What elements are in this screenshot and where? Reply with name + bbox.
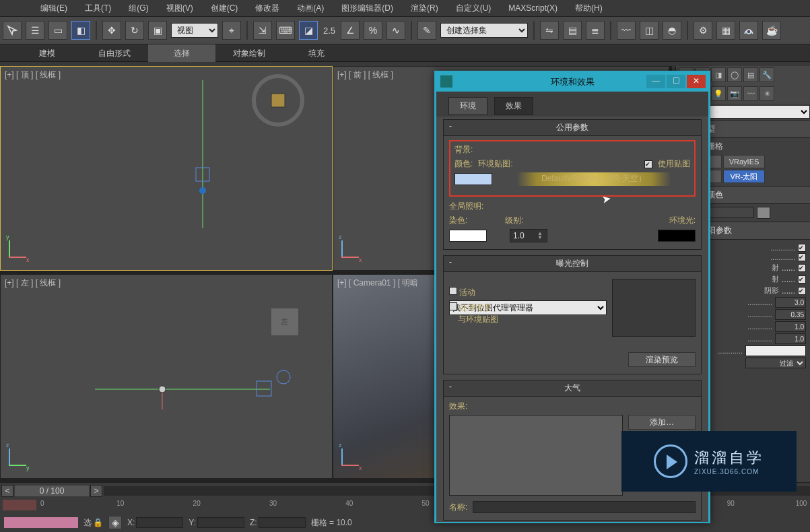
edit-named-sel-icon[interactable]: ✎ xyxy=(417,21,436,40)
tab-environment[interactable]: 环境 xyxy=(448,97,487,115)
motion-panel-icon[interactable]: ◯ xyxy=(727,67,742,82)
menu-grapheditor[interactable]: 图形编辑器(D) xyxy=(341,3,393,14)
param-spin-1[interactable] xyxy=(775,297,806,308)
filter-select[interactable]: 过滤 xyxy=(745,358,806,368)
move-icon[interactable]: ✥ xyxy=(102,21,121,40)
select-rect-icon[interactable]: ▭ xyxy=(48,21,67,40)
lock-icon[interactable]: 🔒 xyxy=(93,518,103,527)
spinner-snap-icon[interactable]: ∿ xyxy=(386,21,405,40)
cameras-cat-icon[interactable]: 📷 xyxy=(727,86,742,101)
param-check-1[interactable] xyxy=(798,244,806,252)
effects-listbox[interactable] xyxy=(449,415,623,496)
menu-help[interactable]: 帮助(H) xyxy=(575,3,603,14)
rotate-icon[interactable]: ↻ xyxy=(125,21,144,40)
tab-select[interactable]: 选择 xyxy=(148,44,215,62)
viewcube-icon[interactable] xyxy=(251,73,305,127)
rollout-header-exposure[interactable]: -曝光控制 xyxy=(444,256,701,272)
mirror-icon[interactable]: ⇋ xyxy=(540,21,559,40)
render-frame-icon[interactable]: ▦ xyxy=(716,21,735,40)
menu-view[interactable]: 视图(V) xyxy=(166,3,193,14)
utilities-panel-icon[interactable]: 🔧 xyxy=(760,67,774,82)
object-color-swatch[interactable] xyxy=(757,207,770,219)
y-input[interactable] xyxy=(197,517,244,528)
dialog-titlebar[interactable]: 环境和效果 — ☐ ✕ xyxy=(436,73,708,92)
tab-modeling[interactable]: 建模 xyxy=(13,44,81,62)
param-spin-4[interactable] xyxy=(775,333,806,344)
align-icon[interactable]: ▤ xyxy=(563,21,582,40)
curve-editor-icon[interactable]: 〰 xyxy=(617,21,636,40)
level-spinner[interactable]: 1.0▲▼ xyxy=(510,229,547,242)
obj-type-btn-3[interactable]: VR-太阳 xyxy=(723,170,765,183)
teapot-icon[interactable]: ☕ xyxy=(762,21,781,40)
bg-color-swatch[interactable] xyxy=(454,173,492,185)
ambient-swatch[interactable] xyxy=(658,230,696,242)
schematic-icon[interactable]: ◫ xyxy=(640,21,659,40)
menu-tools[interactable]: 工具(T) xyxy=(85,3,111,14)
display-panel-icon[interactable]: ▤ xyxy=(743,67,758,82)
process-bg-checkbox[interactable] xyxy=(449,302,457,310)
minimize-button[interactable]: — xyxy=(646,75,665,88)
manipulate-icon[interactable]: ⇲ xyxy=(253,21,272,40)
isolate-icon[interactable]: ◈ xyxy=(108,516,122,529)
menu-modifiers[interactable]: 修改器 xyxy=(255,3,279,14)
param-color-field[interactable] xyxy=(745,345,806,356)
param-check-3[interactable] xyxy=(798,264,806,272)
tab-populate[interactable]: 填充 xyxy=(283,44,350,62)
time-prev-btn[interactable]: < xyxy=(1,485,13,497)
z-input[interactable] xyxy=(259,517,306,528)
param-check-5[interactable] xyxy=(798,287,806,295)
helpers-cat-icon[interactable]: 〰 xyxy=(743,86,758,101)
snap-2d-icon[interactable]: ◪ xyxy=(299,21,318,40)
add-effect-button[interactable]: 添加… xyxy=(628,415,696,430)
maximize-button[interactable]: ☐ xyxy=(667,75,685,88)
percent-snap-icon[interactable]: % xyxy=(364,21,382,40)
select-name-icon[interactable]: ☰ xyxy=(26,21,44,40)
menu-create[interactable]: 创建(C) xyxy=(211,3,238,14)
render-preview-button[interactable]: 渲染预览 xyxy=(628,352,696,367)
viewport-left[interactable]: [+] [ 左 ] [ 线框 ] 左 zy xyxy=(0,274,333,479)
viewcube-left[interactable]: 左 xyxy=(271,308,298,335)
active-checkbox[interactable] xyxy=(449,287,457,295)
layers-icon[interactable]: ≣ xyxy=(586,21,605,40)
lights-cat-icon[interactable]: 💡 xyxy=(711,86,726,101)
keyboard-shortcut-icon[interactable]: ⌨ xyxy=(276,21,295,40)
param-check-4[interactable] xyxy=(798,275,806,284)
viewport-top[interactable]: [+] [ 顶 ] [ 线框 ] yx xyxy=(0,66,333,271)
tab-effects[interactable]: 效果 xyxy=(494,97,533,115)
material-editor-icon[interactable]: ◓ xyxy=(663,21,681,40)
rollout-header-atmos[interactable]: -大气 xyxy=(444,380,701,397)
tab-freeform[interactable]: 自由形式 xyxy=(81,44,148,62)
menu-edit[interactable]: 编辑(E) xyxy=(40,3,67,14)
effect-name-input[interactable] xyxy=(473,501,696,513)
menu-anim[interactable]: 动画(A) xyxy=(297,3,324,14)
param-spin-3[interactable] xyxy=(775,321,806,332)
spacewarps-cat-icon[interactable]: ✳ xyxy=(760,86,774,101)
close-button[interactable]: ✕ xyxy=(687,75,706,88)
select-icon[interactable] xyxy=(3,21,22,40)
tab-objpaint[interactable]: 对象绘制 xyxy=(215,44,283,62)
menu-group[interactable]: 组(G) xyxy=(129,3,148,14)
pivot-icon[interactable]: ⌖ xyxy=(222,21,241,40)
select-window-icon[interactable]: ◧ xyxy=(71,21,90,40)
menu-customize[interactable]: 自定义(U) xyxy=(456,3,492,14)
angle-snap-icon[interactable]: ∠ xyxy=(341,21,360,40)
param-spin-2[interactable] xyxy=(775,309,806,320)
render-setup-icon[interactable]: ⚙ xyxy=(694,21,712,40)
use-map-checkbox[interactable] xyxy=(644,160,652,168)
scale-icon[interactable]: ▣ xyxy=(148,21,167,40)
obj-type-btn-1[interactable]: VRayIES xyxy=(723,155,765,168)
menu-render[interactable]: 渲染(R) xyxy=(411,3,438,14)
named-sel-sets[interactable]: 创建选择集 xyxy=(440,23,528,38)
menu-maxscript[interactable]: MAXScript(X) xyxy=(508,3,558,13)
timeline-key-area[interactable] xyxy=(3,500,36,510)
rollout-header-common[interactable]: -公用参数 xyxy=(444,120,701,136)
param-check-2[interactable] xyxy=(798,253,806,261)
ref-coord-select[interactable]: 视图 xyxy=(171,23,218,38)
x-input[interactable] xyxy=(136,517,183,528)
time-next-btn[interactable]: > xyxy=(90,485,102,497)
env-map-button[interactable]: DefaultVRaySky（VR-天空） xyxy=(498,172,690,186)
tint-swatch[interactable] xyxy=(449,230,487,242)
hierarchy-panel-icon[interactable]: ◨ xyxy=(711,67,726,82)
render-icon[interactable] xyxy=(739,21,758,40)
frame-indicator[interactable]: 0 / 100 xyxy=(15,486,89,496)
